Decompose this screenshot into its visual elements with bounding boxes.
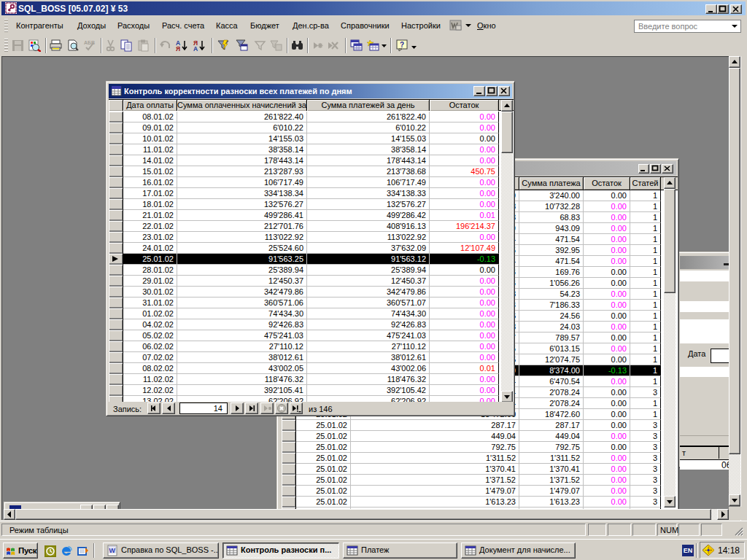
svg-text:Я: Я bbox=[176, 45, 180, 52]
svg-text:?: ? bbox=[400, 41, 404, 49]
svg-text:W: W bbox=[109, 547, 116, 554]
svg-text:АБВ: АБВ bbox=[84, 40, 95, 45]
svg-text:А: А bbox=[193, 45, 198, 52]
